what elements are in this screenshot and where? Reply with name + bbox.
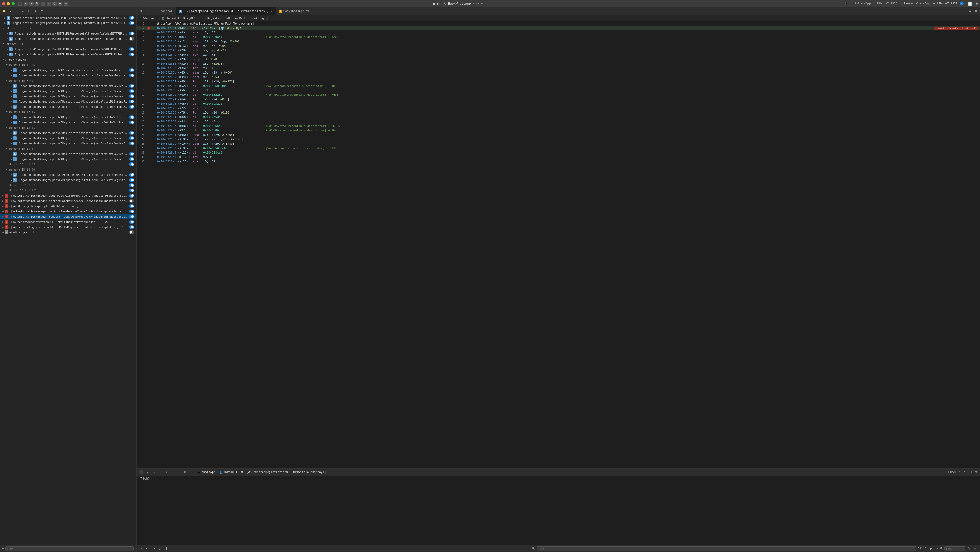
list-item[interactable]: ▶ i _logos_method$_ungrouped$WARegistrat… <box>0 114 136 120</box>
expand-icon[interactable]: ▶ <box>6 53 9 56</box>
expand-icon[interactable]: ▶ <box>10 136 13 140</box>
list-item[interactable]: ▶ i _logos_method$_ungrouped$NSHTTPURLRe… <box>0 21 136 25</box>
expand-icon[interactable]: ▶ <box>2 194 5 197</box>
step-into-button[interactable]: ↓ <box>158 470 163 475</box>
expand-icon[interactable]: ▶ <box>10 100 13 103</box>
toggle-switch[interactable] <box>129 194 134 198</box>
list-item[interactable]: ▶ i _logos_method$_ungrouped$WARegistrat… <box>0 141 136 146</box>
expand-icon[interactable]: ▶ <box>2 220 5 224</box>
nav-forward-button[interactable]: › <box>150 9 156 14</box>
group-header[interactable]: ▼ unknown ID 11 25 <box>0 62 136 68</box>
list-item[interactable]: ▶ i _logos_method$_ungrouped$WARegistrat… <box>0 99 136 104</box>
toggle-switch[interactable] <box>129 131 134 135</box>
toggle-switch[interactable] <box>129 215 134 219</box>
list-item[interactable]: ▶ i _logos_method$_ungrouped$WAPreparedR… <box>0 178 136 182</box>
toggle-switch[interactable] <box>129 32 134 35</box>
list-item[interactable]: ▶ ‼ -[WAPreparedRegistrationURL urlWithR… <box>0 224 136 230</box>
expand-icon[interactable]: ▶ <box>10 68 13 72</box>
group-header[interactable]: ▼ unknown ID 12 45 <box>0 109 136 114</box>
group-header[interactable]: ▼ unknown ID 18 57 <box>0 146 136 151</box>
toggle-switch[interactable] <box>129 21 134 25</box>
tab-control[interactable]: control <box>158 7 176 15</box>
expand-icon[interactable]: ▶ <box>10 157 13 161</box>
toggle-switch[interactable] <box>129 173 134 177</box>
stop-button[interactable]: ⏹ <box>433 2 436 5</box>
list-item[interactable]: ▶ i _logos_method$_ungrouped$NSHTTPURLRe… <box>0 52 136 57</box>
list-item[interactable]: ▶ i _logos_method$_ungrouped$WARegistrat… <box>0 120 136 125</box>
step-inst-over-button[interactable]: ⤴ <box>177 470 181 475</box>
tab-close-button[interactable]: ✕ <box>271 10 272 13</box>
toggle-switch[interactable] <box>129 189 134 192</box>
tab-url-active[interactable]: 0 0 -[WAPreparedRegistrationURL urlWithT… <box>176 7 276 15</box>
navigator-icon[interactable]: ⊞ <box>24 2 28 6</box>
list-item[interactable]: ▶ i _logos_method$_ungrouped$WARegistrat… <box>0 83 136 89</box>
collapse-icon[interactable]: ▼ <box>2 58 5 61</box>
collapse-icon[interactable]: ▼ <box>5 63 8 67</box>
warning-icon[interactable]: ⚠ <box>41 2 45 6</box>
group-header[interactable]: ▼ unknown 134 <box>0 41 136 46</box>
step-out-button[interactable]: ↑ <box>164 470 169 475</box>
toggle-switch[interactable] <box>129 52 134 56</box>
list-item[interactable]: ▶ ‼ -[WARegistrationManager beginFetchWi… <box>0 193 136 198</box>
list-item[interactable]: ▶ i _logos_method$_ungrouped$WAPreparedR… <box>0 172 136 178</box>
toggle-switch[interactable] <box>129 73 134 77</box>
list-item[interactable]: ▶ i _logos_method$_ungrouped$WARegistrat… <box>0 89 136 94</box>
toggle-console-button[interactable]: ⬛ <box>139 470 144 475</box>
list-item[interactable]: ▶ i _logos_method$_ungrouped$NSHTTPURLRe… <box>0 31 136 36</box>
list-item[interactable]: ▶ i _logos_method$_ungrouped$NSHTTPURLRe… <box>0 15 136 21</box>
toggle-switch[interactable] <box>129 121 134 124</box>
expand-button[interactable]: ⊞ <box>973 470 978 475</box>
shape-icon[interactable]: ◇ <box>46 2 51 6</box>
expand-icon[interactable]: ▶ <box>10 152 13 155</box>
expand-icon[interactable]: ▶ <box>2 210 5 213</box>
expand-icon[interactable]: ▶ <box>10 131 13 135</box>
list-item[interactable]: ▶ ‼ -[WAURLQueryItem queryItemWithName:v… <box>0 203 136 209</box>
group-header[interactable]: ▼ unknown ID 2 127 <box>0 25 136 31</box>
list-icon[interactable]: ≡ <box>64 2 68 6</box>
list-item[interactable]: ▶ i _logos_method$_ungrouped$WARegistrat… <box>0 135 136 141</box>
run-button[interactable]: ▶ <box>438 2 439 5</box>
output-label[interactable]: All Output ▾ <box>918 547 939 550</box>
toggle-switch[interactable] <box>129 152 134 155</box>
layout-split-button[interactable]: ⊞ <box>973 9 978 14</box>
collapse-icon[interactable]: ▼ <box>5 147 8 150</box>
toggle-switch[interactable] <box>129 48 134 51</box>
simulate-button[interactable]: ⟳ <box>183 470 188 475</box>
expand-icon[interactable]: ▶ <box>10 121 13 124</box>
list-item[interactable]: ▶ ‼ -[WARegistrationManager performSameD… <box>0 209 136 214</box>
collapse-icon[interactable]: ▼ <box>5 126 8 129</box>
report-icon[interactable]: ≡ <box>39 9 45 14</box>
toggle-switch[interactable] <box>129 89 134 93</box>
toggle-switch[interactable] <box>129 136 134 140</box>
toggle-switch[interactable] <box>129 225 134 229</box>
toggle-switch[interactable] <box>129 209 134 213</box>
toggle-switch[interactable] <box>129 183 134 187</box>
list-item[interactable]: ▶ i _logos_method$_ungrouped$WARegistrat… <box>0 130 136 135</box>
clear-console-button[interactable]: ✕ <box>139 546 145 551</box>
info-button[interactable]: ℹ <box>164 546 169 551</box>
list-item[interactable]: ▶ i _logos_method$_ungrouped$WAPhoneInpu… <box>0 68 136 73</box>
toggle-switch[interactable] <box>129 230 134 234</box>
expand-icon[interactable]: ▶ <box>10 116 13 119</box>
hook-file-header[interactable]: ▼ ⊗ hook_reg.xm <box>0 57 136 62</box>
expand-icon[interactable]: ▶ <box>4 21 7 25</box>
expand-icon[interactable]: ▶ <box>10 89 13 93</box>
bottom-bc-frame[interactable]: 0 -[WAPreparedRegistrationURL urlWithTok… <box>241 470 326 474</box>
toggle-switch[interactable] <box>129 141 134 145</box>
debugger-icon[interactable]: ⬡ <box>27 9 32 14</box>
toggle-switch[interactable] <box>129 178 134 182</box>
expand-icon[interactable]: ▶ <box>10 84 13 87</box>
collapse-icon[interactable]: ▼ <box>5 168 8 171</box>
layout-list-button[interactable]: ≡ <box>967 9 973 14</box>
console-filter-input[interactable] <box>536 546 916 551</box>
record-icon[interactable]: ⏺ <box>58 2 62 6</box>
collapse-icon[interactable]: ▼ <box>5 79 8 82</box>
list-item[interactable]: unknown ID 4.1 85 <box>0 162 136 167</box>
group-header[interactable]: ▼ unknown ID 7 40 <box>0 78 136 83</box>
list-item[interactable]: ▶ i _logos_method$_ungrouped$NSHTTPURLRe… <box>0 46 136 52</box>
expand-icon[interactable]: ▶ <box>2 199 5 203</box>
toggle-switch[interactable] <box>129 157 134 161</box>
add-bp-icon[interactable]: + <box>2 547 4 550</box>
collapse-icon[interactable]: ▼ <box>2 42 5 46</box>
list-item[interactable]: ▶ i _logos_method$_ungrouped$NSHTTPURLRe… <box>0 36 136 41</box>
